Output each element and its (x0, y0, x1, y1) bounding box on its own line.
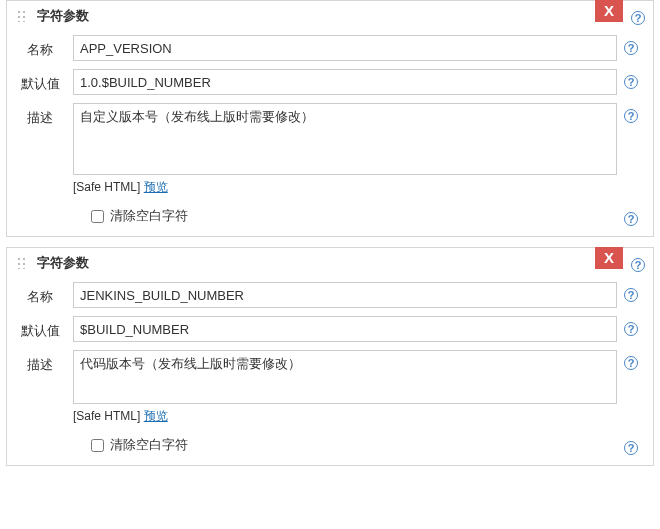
row-default: 默认值 ? (7, 312, 653, 346)
help-icon[interactable]: ? (624, 109, 638, 123)
default-label: 默认值 (7, 316, 73, 340)
description-subtext: [Safe HTML] 预览 (73, 179, 617, 196)
default-label: 默认值 (7, 69, 73, 93)
drag-handle-icon[interactable] (17, 257, 29, 269)
help-icon[interactable]: ? (624, 322, 638, 336)
description-textarea[interactable] (73, 103, 617, 175)
default-input[interactable] (73, 316, 617, 342)
safe-html-label: [Safe HTML] (73, 180, 140, 194)
trim-checkbox[interactable] (91, 439, 104, 452)
row-trim: 清除空白字符 ? (7, 200, 653, 236)
name-input[interactable] (73, 282, 617, 308)
trim-checkbox[interactable] (91, 210, 104, 223)
trim-label[interactable]: 清除空白字符 (110, 436, 188, 454)
default-input[interactable] (73, 69, 617, 95)
row-name: 名称 ? (7, 278, 653, 312)
parameter-header[interactable]: 字符参数 (7, 248, 653, 278)
row-default: 默认值 ? (7, 65, 653, 99)
trim-label[interactable]: 清除空白字符 (110, 207, 188, 225)
description-textarea[interactable] (73, 350, 617, 404)
help-icon[interactable]: ? (624, 288, 638, 302)
drag-handle-icon[interactable] (17, 10, 29, 22)
name-input[interactable] (73, 35, 617, 61)
row-description: 描述 [Safe HTML] 预览 ? (7, 99, 653, 200)
string-parameter-block: X ? 字符参数 名称 ? 默认值 ? 描述 [Safe HTML] 预览 ? (6, 247, 654, 466)
row-name: 名称 ? (7, 31, 653, 65)
parameter-header[interactable]: 字符参数 (7, 1, 653, 31)
help-icon[interactable]: ? (624, 75, 638, 89)
row-description: 描述 [Safe HTML] 预览 ? (7, 346, 653, 429)
preview-link[interactable]: 预览 (144, 409, 168, 423)
help-icon[interactable]: ? (624, 41, 638, 55)
description-label: 描述 (7, 103, 73, 127)
name-label: 名称 (7, 35, 73, 59)
row-trim: 清除空白字符 ? (7, 429, 653, 465)
string-parameter-block: X ? 字符参数 名称 ? 默认值 ? 描述 [Safe HTML] 预览 ? (6, 0, 654, 237)
parameter-title: 字符参数 (37, 7, 89, 25)
help-icon[interactable]: ? (624, 441, 638, 455)
help-icon[interactable]: ? (624, 212, 638, 226)
help-icon[interactable]: ? (624, 356, 638, 370)
name-label: 名称 (7, 282, 73, 306)
parameter-title: 字符参数 (37, 254, 89, 272)
safe-html-label: [Safe HTML] (73, 409, 140, 423)
description-label: 描述 (7, 350, 73, 374)
preview-link[interactable]: 预览 (144, 180, 168, 194)
description-subtext: [Safe HTML] 预览 (73, 408, 617, 425)
